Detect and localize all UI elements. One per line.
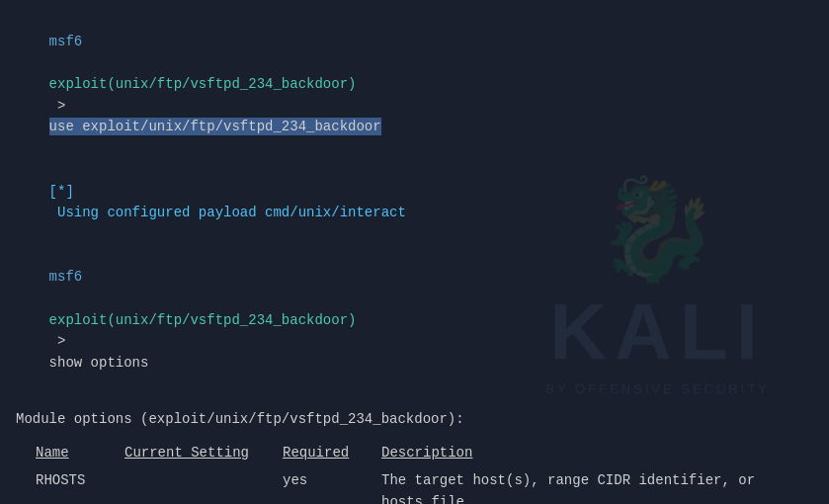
- prompt-prefix-2: msf6: [49, 269, 83, 285]
- module-options-header: Module options (exploit/unix/ftp/vsftpd_…: [16, 409, 813, 431]
- th-cursetting-module: Current Setting: [124, 445, 283, 461]
- prompt-line-1: msf6 exploit(unix/ftp/vsftpd_234_backdoo…: [16, 10, 813, 160]
- prompt-line-2: msf6 exploit(unix/ftp/vsftpd_234_backdoo…: [16, 246, 813, 396]
- td-description-rhosts: The target host(s), range CIDR identifie…: [381, 470, 757, 504]
- prompt-command-2: show options: [49, 355, 149, 371]
- th-required-module: Required: [283, 445, 381, 461]
- td-required-rhosts: yes: [283, 470, 381, 504]
- prompt-arrow-1: >: [49, 98, 74, 114]
- th-description-module: Description: [381, 445, 472, 461]
- prompt-module-1: exploit(unix/ftp/vsftpd_234_backdoor): [49, 76, 357, 92]
- td-cursetting-rhosts: [124, 470, 283, 504]
- module-table-header: Name Current Setting Required Descriptio…: [36, 445, 813, 461]
- th-name-module: Name: [36, 445, 124, 461]
- prompt-space-1: [49, 54, 57, 70]
- td-name-rhosts: RHOSTS: [36, 470, 124, 504]
- prompt-module-2: exploit(unix/ftp/vsftpd_234_backdoor): [49, 312, 357, 328]
- blank-3: [36, 461, 813, 470]
- table-row-rhosts: RHOSTS yes The target host(s), range CID…: [36, 470, 813, 504]
- info-text: Using configured payload cmd/unix/intera…: [49, 205, 406, 220]
- module-table: Name Current Setting Required Descriptio…: [36, 445, 813, 504]
- info-bracket: [*]: [49, 184, 74, 200]
- blank-1: [16, 395, 813, 405]
- prompt-command-1: use exploit/unix/ftp/vsftpd_234_backdoor: [49, 118, 381, 135]
- prompt-space-2: [49, 291, 57, 306]
- prompt-arrow-2: >: [49, 333, 74, 349]
- prompt-prefix-1: msf6: [49, 34, 83, 49]
- terminal: msf6 exploit(unix/ftp/vsftpd_234_backdoo…: [0, 0, 829, 504]
- info-line: [*] Using configured payload cmd/unix/in…: [16, 160, 813, 246]
- blank-2: [16, 431, 813, 441]
